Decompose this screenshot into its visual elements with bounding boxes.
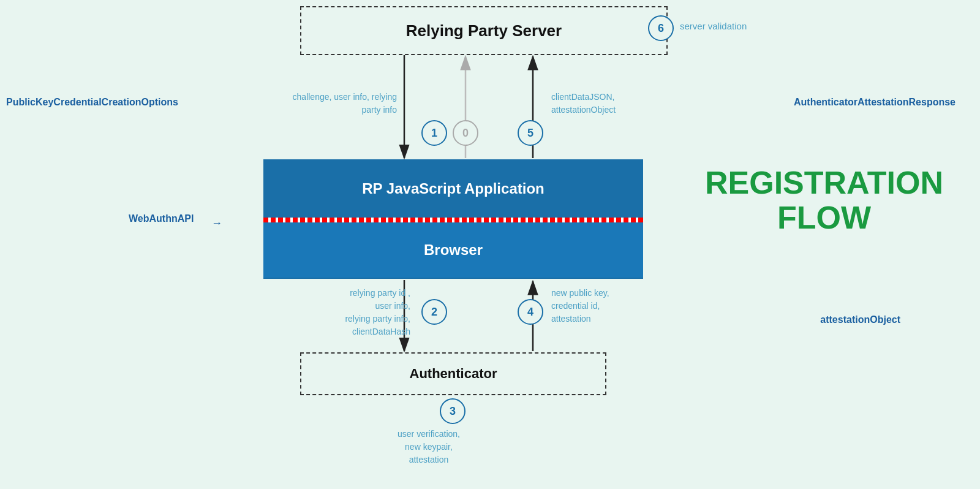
step-2-label: relying party id ,user info,relying part… — [270, 287, 410, 338]
step-2-circle: 2 — [421, 299, 447, 325]
js-app-title: RP JavaScript Application — [362, 180, 544, 197]
left-label: PublicKeyCredentialCreationOptions — [6, 95, 178, 110]
webauthn-api-divider — [263, 218, 643, 222]
authenticator-box: Authenticator — [300, 352, 606, 395]
right-label-2: attestationObject — [820, 313, 900, 327]
step-1-circle: 1 — [421, 120, 447, 146]
diagram-container: Relying Party Server RP JavaScript Appli… — [0, 0, 980, 489]
browser-title: Browser — [424, 241, 483, 259]
right-label-1: AuthenticatorAttestationResponse — [794, 95, 956, 110]
step-0-circle: 0 — [453, 120, 478, 146]
browser-outer-box: RP JavaScript Application Browser — [263, 159, 643, 279]
authenticator-title: Authenticator — [410, 366, 497, 382]
step-6-label: server validation — [680, 20, 747, 34]
step-4-label: new public key,credential id,attestation — [551, 287, 674, 325]
browser-section: Browser — [263, 222, 643, 278]
rp-server-box: Relying Party Server — [300, 6, 668, 55]
step-3-label: user verification,new keypair,attestatio… — [343, 428, 514, 466]
step-1-label: challenge, user info, relying party info — [274, 91, 397, 116]
step-5-circle: 5 — [518, 120, 543, 146]
step-5-label: clientDataJSON,attestationObject — [551, 91, 674, 116]
webauthn-api-arrow: → — [211, 217, 222, 230]
js-app-section: RP JavaScript Application — [263, 159, 643, 218]
step-3-circle: 3 — [440, 398, 466, 424]
step-6-circle: 6 — [648, 15, 674, 41]
step-4-circle: 4 — [518, 299, 543, 325]
registration-flow-title: REGISTRATION FLOW — [705, 165, 943, 235]
webauthn-api-label: WebAuthnAPI — [129, 213, 194, 224]
rp-server-title: Relying Party Server — [406, 21, 562, 40]
